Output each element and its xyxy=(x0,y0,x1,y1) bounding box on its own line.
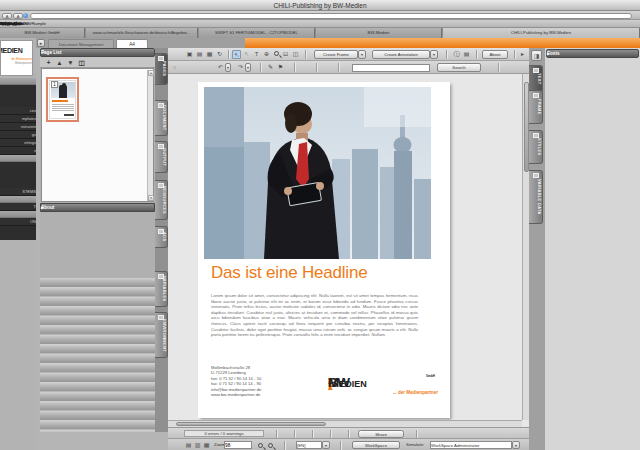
site-nav-item[interactable]: ON xyxy=(0,218,36,226)
info-icon[interactable]: ⓘ xyxy=(452,50,461,59)
separator xyxy=(498,63,499,72)
canvas-horizontal-scrollbar[interactable] xyxy=(168,420,522,427)
fit-view-icon[interactable]: ⊡ xyxy=(281,50,290,59)
document-headline[interactable]: Das ist eine Headline xyxy=(211,263,441,283)
single-page-view-icon[interactable]: ▤ xyxy=(184,441,193,450)
vtab-environment[interactable]: ENVIRONMENT xyxy=(155,312,168,358)
bookmarks-overflow-icon[interactable]: » xyxy=(0,20,2,28)
site-nav-divider xyxy=(0,155,36,162)
font-smaller-button[interactable]: A xyxy=(2,13,12,19)
page-list-scrollbar[interactable]: ▲ ▼ xyxy=(147,70,153,201)
bookmark-item[interactable]: Ihre Ergebn xyxy=(0,20,21,28)
site-nav-divider xyxy=(0,78,36,85)
collapse-panel-icon[interactable]: ▸ xyxy=(518,50,527,59)
save-as-icon[interactable]: ▦ xyxy=(205,50,214,59)
vtab-styles[interactable]: STYLES xyxy=(529,130,543,164)
browser-tab-active[interactable]: CHILI-Publishing by BW-Medien xyxy=(443,28,640,38)
vtab-variable-data[interactable]: VARIABLE DATA xyxy=(529,170,543,224)
help-book-icon[interactable]: ▤ xyxy=(462,50,471,59)
simulate-dropdown-icon[interactable]: ▼ xyxy=(512,441,520,449)
scroll-down-icon[interactable]: ▼ xyxy=(148,195,154,201)
simulate-select[interactable]: WorkSpace Administrator xyxy=(430,441,512,449)
site-nav-item[interactable]: ces xyxy=(0,107,36,115)
site-nav-item[interactable]: mplates xyxy=(0,115,36,123)
create-frame-dropdown-icon[interactable]: ▼ xyxy=(358,50,366,59)
document-address[interactable]: Mollenbachstraße 28 D-71229 Leonberg fon… xyxy=(211,365,301,397)
create-annotation-dropdown-icon[interactable]: ▼ xyxy=(430,50,438,59)
continuous-view-icon[interactable]: ▦ xyxy=(202,441,211,450)
site-nav-item[interactable]: s xyxy=(0,147,36,155)
scroll-up-icon[interactable]: ▲ xyxy=(148,70,154,76)
browser-tab[interactable]: SWIFT S1 FERTIGMODEL - C2TOPMODEL xyxy=(199,28,315,38)
panel-header-page-list[interactable]: ▼Page List xyxy=(40,48,155,57)
duplicate-page-icon[interactable]: ◫ xyxy=(77,58,86,67)
workspace-button[interactable]: WorkSpace xyxy=(352,441,400,449)
font-larger-button[interactable]: A xyxy=(13,13,23,19)
text-tool-icon[interactable]: T xyxy=(252,50,261,59)
page-thumbnail-selected[interactable]: 1 xyxy=(46,77,79,122)
language-dropdown-icon[interactable]: ▼ xyxy=(322,441,330,449)
open-icon[interactable]: ▤ xyxy=(195,50,204,59)
undo-dropdown-icon[interactable]: ▼ xyxy=(225,63,231,72)
direct-select-tool-icon[interactable]: ↖ xyxy=(242,50,251,59)
hand-tool-icon[interactable]: ⊕ xyxy=(262,50,271,59)
vtab-variables[interactable]: VARIABLES xyxy=(155,271,168,307)
undo-icon[interactable]: ↶ xyxy=(216,63,225,72)
zoom-input[interactable] xyxy=(224,441,252,449)
page-up-icon[interactable]: ▲ xyxy=(55,58,64,67)
grid-handle-icon: ⁙ xyxy=(170,63,179,72)
site-logo-text: MEDIEN xyxy=(0,47,33,54)
panel-header-fonts[interactable]: ▶Fonts xyxy=(546,49,639,58)
vtab-text[interactable]: TEXT xyxy=(529,65,543,93)
document-canvas[interactable]: Das ist eine Headline Lorem ipsum dolor … xyxy=(168,74,522,420)
create-frame-button[interactable]: Create Frame xyxy=(314,50,358,59)
language-select[interactable]: [EN] xyxy=(296,441,322,449)
site-nav-item[interactable]: nstraints xyxy=(0,123,36,131)
vtab-output[interactable]: OUTPUT xyxy=(155,141,168,173)
vtab-resources[interactable]: RESOURCES xyxy=(155,180,168,220)
browser-tab[interactable]: BW-Medien xyxy=(316,28,442,38)
vtab-pages[interactable]: PAGES xyxy=(155,53,168,85)
site-nav-item[interactable]: ettings xyxy=(0,139,36,147)
tab-document-management[interactable]: Document Management xyxy=(48,39,114,48)
about-button[interactable]: About xyxy=(482,50,508,59)
site-nav-item[interactable]: STEMS xyxy=(0,188,36,196)
redo-icon[interactable]: ↷ xyxy=(236,63,245,72)
zoom-out-icon[interactable] xyxy=(268,443,273,448)
document-photo[interactable] xyxy=(204,87,431,259)
vtab-ads[interactable]: ADS xyxy=(155,226,168,248)
share-button[interactable]: Share xyxy=(358,430,404,438)
save-icon[interactable]: ▣ xyxy=(185,50,194,59)
facing-page-view-icon[interactable]: ▥ xyxy=(193,441,202,450)
zoom-in-icon[interactable] xyxy=(258,443,263,448)
flag-icon[interactable]: ⚑ xyxy=(276,63,285,72)
separator xyxy=(294,63,295,72)
select-tool-icon[interactable]: ↖ xyxy=(232,50,241,59)
panel-toggle-icon[interactable]: ◨ xyxy=(531,50,542,61)
separator xyxy=(476,50,477,59)
document-body-text[interactable]: Lorem ipsum dolor sit amet, consectetur … xyxy=(211,293,418,338)
site-nav-item[interactable]: T xyxy=(0,203,36,211)
panel-collapse-button[interactable]: ▸ xyxy=(37,39,45,47)
redo-dropdown-icon[interactable]: ▼ xyxy=(245,63,251,72)
browser-tab[interactable]: www.schmaelzle-fleischwaren.de/deutsch/A… xyxy=(86,28,198,38)
thumbnail-logo-bar xyxy=(64,114,74,116)
vtab-document[interactable]: DOCUMENT xyxy=(155,100,168,136)
search-button[interactable]: Search xyxy=(437,63,481,72)
search-input[interactable] xyxy=(352,64,430,72)
refresh-icon[interactable]: ↻ xyxy=(215,50,224,59)
panel-header-about[interactable]: ▶About xyxy=(40,203,155,212)
address-bar[interactable] xyxy=(30,13,632,19)
eyedropper-icon[interactable]: ✎ xyxy=(266,63,275,72)
scrollbar-thumb[interactable] xyxy=(176,422,326,426)
spread-view-icon[interactable]: ◫ xyxy=(291,50,300,59)
create-annotation-button[interactable]: Create Annotation xyxy=(372,50,430,59)
browser-tab[interactable]: BW-Medien GmbH xyxy=(0,28,85,38)
document-page[interactable]: Das ist eine Headline Lorem ipsum dolor … xyxy=(198,82,450,418)
zoom-tool-icon[interactable] xyxy=(274,51,279,56)
page-down-icon[interactable]: ▼ xyxy=(66,58,75,67)
tab-page-format[interactable]: A4 xyxy=(116,39,148,48)
move-page-icon[interactable]: + xyxy=(44,58,53,67)
vtab-frame[interactable]: FRAME xyxy=(529,90,543,124)
site-nav-item[interactable]: gs xyxy=(0,131,36,139)
